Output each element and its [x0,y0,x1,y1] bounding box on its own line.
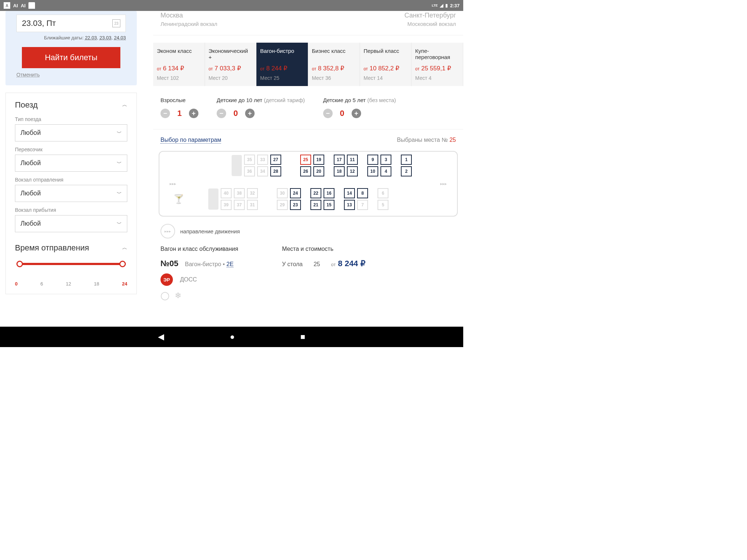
clock: 2:37 [450,3,460,8]
train-type-select[interactable]: Любой ﹀ [15,124,127,141]
class-tab[interactable]: Экономический + от 7 033,3 ₽ Мест 20 [205,43,257,86]
to-city: Санкт-Петербург [405,11,456,20]
class-tab[interactable]: Купе-переговорная от 25 559,1 ₽ Мест 4 [411,43,463,86]
seat[interactable]: 28 [270,166,281,176]
child5-minus-button[interactable]: − [323,109,333,118]
seat[interactable]: 10 [367,166,378,176]
seat[interactable]: 24 [290,188,301,198]
tick: 0 [15,281,18,287]
train-section-toggle[interactable]: Поезд ︿ [15,100,127,110]
date-link[interactable]: 22.03 [85,35,97,40]
class-tab[interactable]: Первый класс от 10 852,2 ₽ Мест 14 [360,43,412,86]
nearest-dates: Ближайшие даты: 22.03, 23.03, 24.03 [16,35,126,40]
seat-number: 25 [314,261,320,268]
child10-stepper: − 0 + [217,109,305,118]
select-value: Любой [20,129,41,137]
tick: 18 [94,281,99,287]
class-price: от 25 559,1 ₽ [415,65,459,72]
child5-plus-button[interactable]: + [352,109,361,118]
seat[interactable]: 26 [300,166,311,176]
find-tickets-button[interactable]: Найти билеты [22,47,120,68]
select-value: Любой [20,190,41,197]
section-title: Поезд [15,100,38,110]
child10-plus-button[interactable]: + [245,109,255,118]
seat[interactable]: 16 [324,188,334,198]
seat: 31 [247,200,258,210]
android-status-bar: A AI AI LTE ◢ ▮ 2:37 [0,0,463,11]
carrier-select[interactable]: Любой ﹀ [15,155,127,172]
seat: 35 [244,155,255,165]
date-input[interactable]: 23.03, Пт 23 [16,15,126,32]
seat[interactable]: 14 [344,188,355,198]
seat[interactable]: 4 [380,166,391,176]
class-tab[interactable]: Эконом класс от 6 134 ₽ Мест 102 [153,43,205,86]
direction-label: направление движения [180,228,240,234]
seat: 5 [378,200,388,210]
carrier-name: ДОСС [180,276,197,283]
seat[interactable]: 17 [334,155,345,165]
tick: 6 [40,281,43,287]
field-label: Перевозчик [15,147,127,152]
sofa [208,188,218,210]
class-seats: Мест 25 [260,75,304,81]
seat: 30 [277,188,288,198]
arrival-station-select[interactable]: Любой ﹀ [15,215,127,232]
nearest-label: Ближайшие даты: [44,35,84,40]
summary: Вагон и класс обслуживания №05 Вагон-бис… [153,246,463,300]
seat[interactable]: 23 [290,200,301,210]
class-tab[interactable]: Вагон-бистро от 8 244 ₽ Мест 25 [256,43,308,86]
seat[interactable]: 25 [300,155,311,165]
child10-value: 0 [232,109,239,118]
seat[interactable]: 3 [380,155,391,165]
status-ai-text: AI [21,3,26,8]
back-button[interactable]: ◀ [158,332,164,342]
departure-station-select[interactable]: Любой ﹀ [15,185,127,202]
seat[interactable]: 9 [367,155,378,165]
departure-time-section-toggle[interactable]: Время отправления ︿ [15,243,127,253]
slider-handle-min[interactable] [16,261,23,267]
class-seats: Мест 14 [364,75,408,81]
seat[interactable]: 18 [334,166,345,176]
filters-panel: Поезд ︿ Тип поезда Любой ﹀ Перевозчик Лю… [5,93,137,294]
app-icon: A [4,2,10,9]
seat[interactable]: 19 [313,155,324,165]
child10-minus-button[interactable]: − [217,109,226,118]
select-value: Любой [20,159,41,167]
seat[interactable]: 27 [270,155,281,165]
route-header: Москва Ленинградский вокзал Санкт-Петерб… [153,11,463,35]
cancel-link[interactable]: Отменить [16,72,40,78]
seat[interactable]: 8 [357,188,368,198]
class-tab[interactable]: Бизнес класс от 8 352,8 ₽ Мест 36 [308,43,360,86]
seat[interactable]: 11 [347,155,358,165]
select-value: Любой [20,220,41,228]
adults-minus-button[interactable]: − [160,109,170,118]
date-link[interactable]: 23.03 [100,35,112,40]
seat[interactable]: 12 [347,166,358,176]
params-row: Выбор по параметрам Выбраны места № 25 [153,129,463,151]
bistro-icon: 🍸 [173,194,184,204]
home-button[interactable]: ● [230,332,235,342]
chevron-down-icon: ﹀ [117,221,122,227]
seat[interactable]: 15 [324,200,334,210]
recents-button[interactable]: ■ [301,332,305,342]
status-ai-text: AI [13,3,18,8]
service-class-link[interactable]: 2Е [227,261,234,268]
sofa [232,155,242,176]
adults-plus-button[interactable]: + [189,109,198,118]
slider-handle-max[interactable] [119,261,126,267]
chevron-up-icon: ︿ [122,102,127,108]
seat[interactable]: 1 [401,155,412,165]
seat: 32 [247,188,258,198]
seat[interactable]: 22 [310,188,321,198]
date-value: 23.03, Пт [22,19,56,28]
seat[interactable]: 21 [310,200,321,210]
class-name: Первый класс [364,48,408,61]
seat[interactable]: 13 [344,200,355,210]
date-link[interactable]: 24.03 [114,35,126,40]
seat: 34 [257,166,268,176]
seat[interactable]: 20 [313,166,324,176]
time-range-slider[interactable] [15,259,127,274]
battery-icon: ▮ [445,3,448,8]
params-link[interactable]: Выбор по параметрам [160,137,221,144]
seat[interactable]: 2 [401,166,412,176]
